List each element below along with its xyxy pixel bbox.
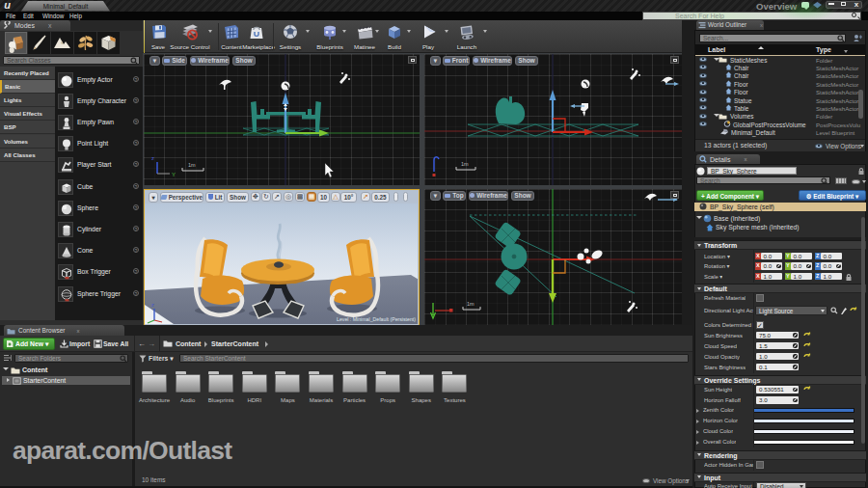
svg-text:z: z: [151, 155, 154, 161]
svg-text:1m: 1m: [188, 162, 196, 168]
svg-text:z: z: [151, 302, 154, 308]
svg-text:1m: 1m: [467, 301, 475, 307]
svg-text:Level : Minimal_Default (Persi: Level : Minimal_Default (Persistent): [337, 316, 416, 322]
svg-text:Y: Y: [172, 172, 176, 177]
svg-text:1m: 1m: [461, 161, 469, 167]
